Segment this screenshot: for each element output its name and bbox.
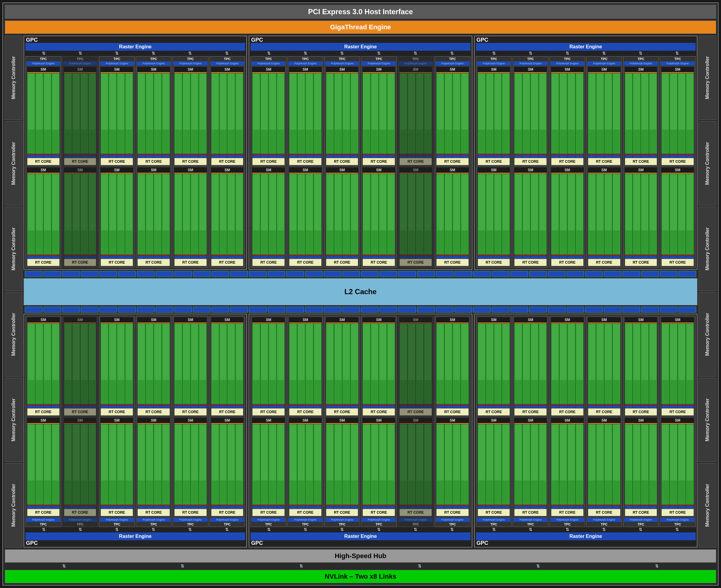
core-column: [625, 424, 633, 505]
cuda-cores: [101, 424, 133, 505]
rop-row-top: [24, 271, 697, 277]
polymorph-engine: PolyMorph Engine: [251, 61, 286, 65]
warp-scheduler: [252, 322, 285, 323]
sm-label: SM: [478, 418, 510, 423]
polymorph-engine: PolyMorph Engine: [435, 518, 470, 522]
core-column: [174, 324, 182, 404]
rt-core: RT CORE: [514, 408, 547, 416]
core-column: [453, 324, 460, 404]
core-column: [125, 174, 133, 254]
tex-units: [399, 256, 432, 258]
core-column: [399, 324, 407, 404]
warp-scheduler: [174, 72, 207, 73]
core-column: [568, 74, 575, 154]
tpc-label: TPC: [398, 523, 433, 526]
core-column: [661, 424, 669, 505]
cuda-cores: [27, 424, 60, 505]
lsu-row: [174, 505, 207, 506]
sm-block: SMRT CORE: [63, 316, 97, 417]
core-column: [289, 174, 297, 254]
tpc-label: TPC: [513, 523, 548, 526]
polymorph-engine: PolyMorph Engine: [251, 518, 286, 522]
rt-core: RT CORE: [625, 408, 657, 416]
core-column: [64, 174, 72, 254]
tpc-label: TPC: [624, 57, 658, 61]
memory-controller: Memory Controller: [5, 463, 22, 548]
core-column: [35, 74, 43, 154]
sm-label: SM: [326, 418, 358, 423]
core-column: [494, 174, 502, 254]
sm-block: SMRT CORE: [435, 167, 470, 267]
core-column: [235, 324, 243, 404]
polymorph-engine: PolyMorph Engine: [624, 61, 658, 65]
core-column: [559, 324, 567, 404]
warp-scheduler: [289, 423, 322, 424]
cache-band: L2 Cache: [24, 271, 697, 313]
cuda-cores: [436, 174, 469, 254]
core-column: [183, 174, 190, 254]
core-column: [625, 174, 633, 254]
tpc: TPCPolyMorph EngineSMRT CORESMRT CORE: [62, 56, 98, 268]
sm-block: SMRT CORE: [477, 66, 511, 166]
polymorph-engine: PolyMorph Engine: [325, 61, 359, 65]
rt-core: RT CORE: [478, 408, 510, 416]
polymorph-engine: PolyMorph Engine: [477, 518, 511, 522]
tex-units: [138, 405, 170, 408]
tex-units: [174, 155, 207, 158]
sm-label: SM: [436, 67, 469, 72]
core-column: [453, 424, 460, 505]
rop-unit: [211, 307, 229, 313]
core-column: [269, 74, 276, 154]
sm-block: SMRT CORE: [362, 417, 396, 517]
polymorph-engine: PolyMorph Engine: [398, 518, 433, 522]
polymorph-engine: PolyMorph Engine: [362, 61, 396, 65]
tpc-label: TPC: [550, 523, 584, 526]
core-column: [138, 74, 145, 154]
memory-controller: Memory Controller: [5, 292, 22, 377]
core-column: [604, 174, 612, 254]
tpc-label: TPC: [661, 57, 695, 61]
rt-core: RT CORE: [252, 259, 285, 266]
rop-unit: [193, 271, 211, 277]
core-column: [289, 424, 297, 505]
lsu-row: [27, 154, 60, 155]
cuda-cores: [27, 174, 60, 254]
sm-block: SMRT CORE: [137, 316, 171, 417]
warp-scheduler: [625, 322, 657, 323]
lsu-row: [661, 505, 694, 506]
rop-unit: [62, 307, 80, 313]
tex-units: [289, 506, 322, 509]
sm-block: SMRT CORE: [26, 417, 60, 517]
tex-units: [363, 405, 395, 408]
rt-core: RT CORE: [625, 259, 657, 266]
core-column: [101, 324, 108, 404]
core-column: [559, 74, 567, 154]
polymorph-engine: PolyMorph Engine: [173, 518, 208, 522]
rop-unit: [156, 271, 173, 277]
rt-core: RT CORE: [289, 259, 322, 266]
tpc-label: TPC: [26, 57, 60, 61]
tpc: TPCPolyMorph EngineSMRT CORESMRT CORE: [586, 56, 622, 268]
lsu-row: [478, 505, 510, 506]
tex-units: [436, 405, 469, 408]
sm-label: SM: [27, 317, 60, 322]
warp-scheduler: [101, 173, 133, 174]
tex-units: [252, 155, 285, 158]
sm-block: SMRT CORE: [661, 167, 695, 267]
lsu-row: [436, 255, 469, 256]
cuda-cores: [326, 174, 358, 254]
rop-unit: [604, 307, 622, 313]
cuda-cores: [478, 424, 510, 505]
lsu-row: [625, 255, 657, 256]
warp-scheduler: [211, 423, 244, 424]
lsu-row: [326, 255, 358, 256]
core-column: [191, 74, 199, 154]
sm-block: SMRT CORE: [398, 167, 433, 267]
rt-core: RT CORE: [588, 158, 620, 165]
tex-units: [27, 405, 60, 408]
core-column: [342, 324, 350, 404]
gpc-label: GPC: [26, 540, 38, 546]
core-column: [64, 74, 72, 154]
tpc-label: TPC: [210, 57, 245, 61]
gpc: SMRT CORESMRT COREPolyMorph EngineTPCSMR…: [249, 314, 472, 548]
